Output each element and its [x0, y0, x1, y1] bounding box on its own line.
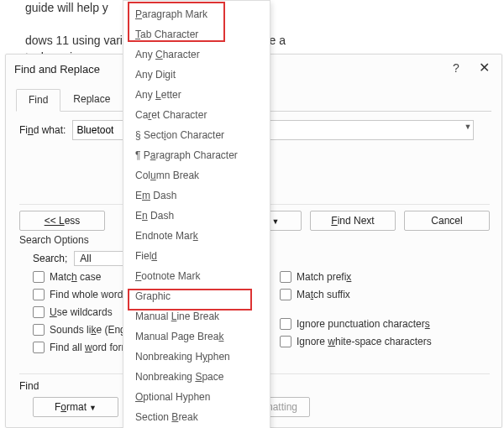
ignore-punct-checkbox[interactable]: Ignore punctuation characters [280, 318, 432, 330]
menu-optional-hyphen[interactable]: Optional Hyphen [123, 387, 270, 407]
menu-caret-character[interactable]: Caret Character [123, 105, 270, 125]
search-direction-row: Search; All▼ [33, 251, 134, 266]
menu-any-character[interactable]: Any Character [123, 44, 270, 65]
format-button[interactable]: Format▼ [33, 397, 118, 417]
tab-find[interactable]: Find [16, 89, 60, 112]
menu-nonbreaking-space[interactable]: Nonbreaking Space [123, 367, 270, 387]
less-button[interactable]: << Less [19, 211, 105, 231]
ignore-white-checkbox[interactable]: Ignore white-space characters [280, 336, 432, 347]
menu-column-break[interactable]: Column Break [123, 165, 270, 185]
cancel-button[interactable]: Cancel [404, 211, 490, 231]
tab-replace[interactable]: Replace [60, 88, 123, 111]
search-options-heading: Search Options [19, 234, 89, 246]
match-case-checkbox[interactable]: Match case [33, 271, 135, 283]
menu-field[interactable]: Field [123, 246, 270, 266]
menu-endnote-mark[interactable]: Endnote Mark [123, 226, 270, 246]
menu-nonbreaking-hyphen[interactable]: Nonbreaking Hyphen [123, 347, 270, 367]
dialog-title: Find and Replace [14, 63, 100, 76]
options-column-right-a: Match prefix Match suffix [280, 271, 351, 306]
options-column-right-b: Ignore punctuation characters Ignore whi… [280, 318, 432, 353]
menu-manual-line-break[interactable]: Manual Line Break [123, 306, 270, 326]
use-wildcards-checkbox[interactable]: Use wildcards [33, 306, 135, 318]
search-label: Search; [33, 253, 67, 264]
chevron-down-icon[interactable]: ▼ [464, 123, 471, 131]
help-button[interactable]: ? [448, 61, 465, 75]
menu-any-letter[interactable]: Any Letter [123, 85, 270, 105]
menu-manual-page-break[interactable]: Manual Page Break [123, 326, 270, 347]
menu-graphic[interactable]: Graphic [123, 286, 270, 306]
menu-any-digit[interactable]: Any Digit [123, 65, 270, 85]
find-next-button[interactable]: Find Next [310, 211, 396, 231]
special-menu: Paragraph Mark Tab Character Any Charact… [123, 0, 270, 428]
menu-en-dash[interactable]: En Dash [123, 206, 270, 226]
whole-words-checkbox[interactable]: Find whole words [33, 289, 135, 300]
find-footer-label: Find [19, 380, 39, 392]
menu-section-break[interactable]: Section Break [123, 407, 270, 427]
menu-footnote-mark[interactable]: Footnote Mark [123, 266, 270, 286]
find-what-label: Find what: [19, 124, 66, 136]
word-forms-checkbox[interactable]: Find all word form [33, 342, 135, 353]
match-prefix-checkbox[interactable]: Match prefix [280, 271, 351, 283]
menu-em-dash[interactable]: Em Dash [123, 185, 270, 206]
match-suffix-checkbox[interactable]: Match suffix [280, 289, 351, 300]
sounds-like-checkbox[interactable]: Sounds like (Englis [33, 324, 135, 336]
menu-section-character[interactable]: § Section Character [123, 125, 270, 145]
menu-tab-character[interactable]: Tab Character [123, 24, 270, 44]
options-column-left: Match case Find whole words Use wildcard… [33, 271, 135, 359]
close-button[interactable]: ✕ [475, 60, 493, 76]
menu-paragraph-mark[interactable]: Paragraph Mark [123, 4, 270, 24]
menu-paragraph-character[interactable]: ¶ Paragraph Character [123, 145, 270, 165]
